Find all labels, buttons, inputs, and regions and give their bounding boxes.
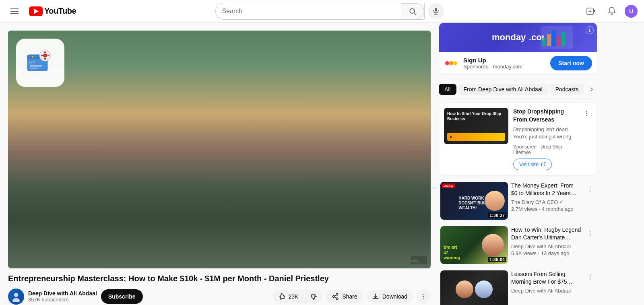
list-item[interactable]: Lessons From Selling Morning Brew For $7… <box>439 267 597 305</box>
svg-line-34 <box>334 295 336 296</box>
video-more-2[interactable] <box>584 228 596 239</box>
svg-point-61 <box>590 279 590 280</box>
verified-icon-1: ✓ <box>559 199 564 205</box>
dislike-inner[interactable] <box>304 290 323 303</box>
monday-logo-svg: monday .com <box>492 31 544 43</box>
ad-card-text: Stop Dropshipping From Overseas Dropship… <box>513 108 576 170</box>
ad-card: How to Start Your Drop Ship Business ► S… <box>439 103 597 175</box>
video-title: Entrepreneurship Masterclass: How to Mak… <box>8 273 431 284</box>
monday-brand-icon <box>444 56 458 70</box>
create-button[interactable] <box>583 3 599 19</box>
svg-point-48 <box>453 61 457 65</box>
create-icon <box>586 6 596 16</box>
more-options-icon-3 <box>586 274 594 281</box>
voice-search-button[interactable] <box>428 3 444 19</box>
visit-site-button[interactable]: Visit site <box>513 159 552 170</box>
svg-marker-9 <box>593 9 596 12</box>
ad-card-inner: How to Start Your Drop Ship Business ► S… <box>439 103 597 175</box>
search-button[interactable] <box>401 3 424 19</box>
video-meta: Deep Dive with Ali Abdaal 357K subscribe… <box>8 289 431 305</box>
microphone-icon <box>432 7 440 15</box>
list-item[interactable]: DOAC hard workdoesn't buildwealth! 1:38:… <box>439 179 597 223</box>
svg-point-28 <box>14 293 18 297</box>
search-input[interactable] <box>216 4 401 18</box>
svg-rect-5 <box>435 8 437 11</box>
notifications-button[interactable] <box>604 3 620 19</box>
external-link-icon <box>541 162 546 167</box>
header: YouTube <box>0 0 644 23</box>
ad-sponsored-text: Sponsored · monday.com <box>463 64 545 70</box>
video-info: Entrepreneurship Masterclass: How to Mak… <box>8 268 431 305</box>
search-icon <box>409 7 417 15</box>
header-left: YouTube <box>6 3 76 19</box>
svg-line-49 <box>543 163 545 165</box>
svg-point-60 <box>590 277 590 278</box>
channel-label-2: Deep Dive with Ali Abdaal <box>511 243 571 249</box>
video-info-2: How To Win: Rugby Legend Dan Carter's Ul… <box>511 226 581 264</box>
svg-rect-19 <box>30 68 38 69</box>
ad-info-icon[interactable]: ℹ <box>586 26 594 34</box>
tabs-next-arrow[interactable] <box>586 83 597 96</box>
ad-chart-preview <box>541 26 573 49</box>
more-options-button[interactable] <box>416 289 431 304</box>
video-meta-2: 5.9K views · 13 days ago <box>511 250 581 256</box>
app-icon-overlay: </> <box>16 39 64 87</box>
svg-rect-41 <box>542 38 546 46</box>
ago-2: 13 days ago <box>541 250 570 256</box>
video-more-1[interactable] <box>584 183 596 195</box>
start-now-button[interactable]: Start now <box>550 56 592 70</box>
svg-point-47 <box>449 61 453 65</box>
channel-name-2: Deep Dive with Ali Abdaal <box>511 243 581 249</box>
visit-site-label: Visit site <box>519 161 539 167</box>
svg-rect-1 <box>10 11 19 12</box>
svg-point-14 <box>29 56 31 58</box>
channel-avatar[interactable] <box>8 289 24 305</box>
svg-point-15 <box>32 56 33 58</box>
svg-point-51 <box>586 113 587 114</box>
svg-point-31 <box>333 295 335 297</box>
ad-text: Sign Up Sponsored · monday.com <box>463 57 545 70</box>
video-duration-2: 1:35:04 <box>488 257 506 262</box>
ad-card-more-button[interactable] <box>581 108 592 119</box>
tab-deep-dive[interactable]: From Deep Dive with Ali Abdaal <box>458 84 548 95</box>
video-meta-1: 2.7M views · 4 months ago <box>511 206 581 212</box>
download-button[interactable]: Download <box>366 290 413 303</box>
svg-rect-43 <box>552 30 556 46</box>
subscribe-button[interactable]: Subscribe <box>101 289 143 304</box>
monday-icon-svg <box>445 57 458 70</box>
svg-rect-23 <box>44 58 46 60</box>
header-right: U <box>583 3 638 19</box>
main-content: </> DIVE <box>0 23 644 305</box>
like-dislike-button[interactable]: 23K <box>273 290 323 303</box>
svg-point-32 <box>336 298 339 300</box>
svg-point-36 <box>423 296 424 297</box>
video-info-3: Lessons From Selling Morning Brew For $7… <box>511 270 581 305</box>
ad-card-thumbnail[interactable]: How to Start Your Drop Ship Business ► <box>444 108 508 144</box>
svg-rect-25 <box>47 55 49 56</box>
share-button[interactable]: Share <box>326 290 363 303</box>
channel-name[interactable]: Deep Dive with Ali Abdaal <box>28 290 97 297</box>
ad-card-title: Stop Dropshipping From Overseas <box>513 108 576 124</box>
svg-rect-45 <box>561 32 566 46</box>
video-more-3[interactable] <box>584 272 596 283</box>
video-player[interactable]: </> DIVE <box>8 31 431 268</box>
subscriber-count: 357K subscribers <box>28 297 97 303</box>
hamburger-menu[interactable] <box>6 3 23 19</box>
list-item[interactable]: the artofwinning 1:35:04 How To Win: Rug… <box>439 223 597 267</box>
user-avatar[interactable]: U <box>625 5 638 18</box>
youtube-logo[interactable]: YouTube <box>29 6 76 16</box>
share-icon <box>332 293 339 300</box>
tab-podcasts[interactable]: Podcasts <box>550 84 584 95</box>
svg-point-56 <box>590 231 590 231</box>
bell-icon <box>607 6 617 16</box>
like-inner[interactable]: 23K <box>273 290 304 303</box>
channel-label-3: Deep Dive with Ali Abdaal <box>511 288 571 294</box>
tab-all[interactable]: All <box>439 84 456 95</box>
svg-rect-22 <box>44 52 46 53</box>
download-icon <box>372 293 379 300</box>
video-thumbnail-2: the artofwinning 1:35:04 <box>440 226 508 264</box>
sidebar-tabs: All From Deep Dive with Ali Abdaal Podca… <box>439 80 597 99</box>
svg-point-55 <box>590 191 590 192</box>
channel-info: Deep Dive with Ali Abdaal 357K subscribe… <box>8 289 268 305</box>
svg-rect-42 <box>547 34 551 46</box>
